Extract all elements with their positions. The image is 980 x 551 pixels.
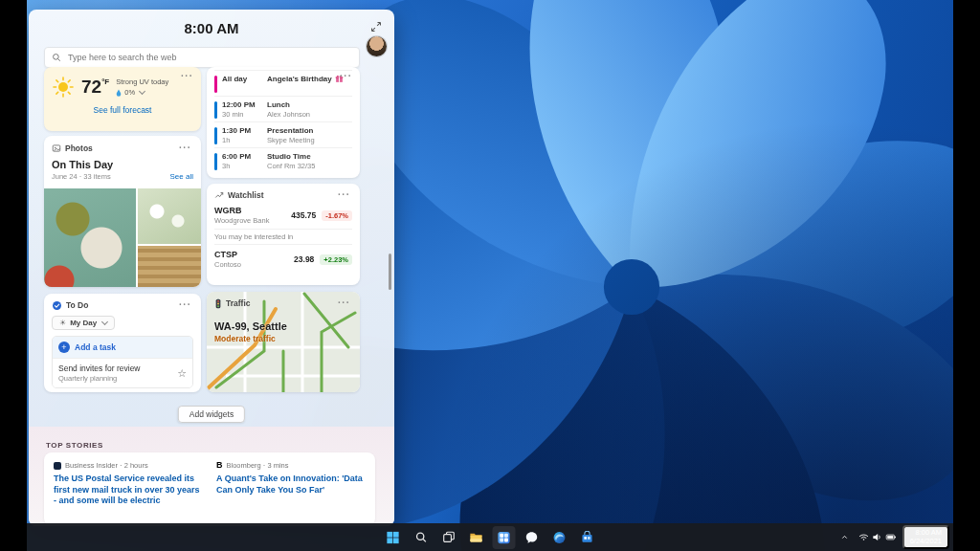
stock-row[interactable]: WGRB Woodgrove Bank 435.75 -1.67% <box>214 201 352 229</box>
chevron-up-icon <box>840 533 849 541</box>
stock-symbol: WGRB <box>214 206 291 215</box>
store-button[interactable] <box>576 526 599 549</box>
task-view-icon <box>442 531 455 543</box>
chevron-down-icon <box>101 319 108 325</box>
taskbar-search-button[interactable] <box>410 526 433 549</box>
panel-scrollbar[interactable] <box>389 253 391 290</box>
widgets-button[interactable] <box>493 526 516 549</box>
task-row[interactable]: Send invites for review Quarterly planni… <box>53 358 192 387</box>
top-stories-label: TOP STORIES <box>46 441 103 450</box>
event-color-bar <box>214 127 217 144</box>
temperature-value: 72 <box>81 77 101 97</box>
weather-condition: Strong UV today <box>116 77 168 86</box>
file-explorer-icon <box>470 531 483 544</box>
photos-icon <box>52 143 61 153</box>
todo-list-name: My Day <box>70 319 97 327</box>
event-time: 6:00 PM <box>222 152 262 161</box>
story-headline[interactable]: A Quant's Take on Innovation: 'Data Can … <box>216 474 366 496</box>
stock-row[interactable]: CTSP Contoso 23.98 +2.23% <box>214 245 352 273</box>
calendar-event[interactable]: 6:00 PM3h Studio Time Conf Rm 32/35 <box>214 147 352 173</box>
traffic-light-icon <box>214 298 222 309</box>
task-view-button[interactable] <box>437 526 460 549</box>
event-time: All day <box>222 75 262 83</box>
star-task-button[interactable]: ☆ <box>177 368 187 379</box>
search-row <box>44 47 360 66</box>
see-all-link[interactable]: See all <box>170 172 193 181</box>
network-volume-battery-button[interactable] <box>855 529 901 545</box>
search-box[interactable] <box>44 47 360 68</box>
photo-collage[interactable] <box>44 188 201 287</box>
weather-widget[interactable]: ··· 72°F Strong UV today <box>44 67 201 131</box>
watchlist-widget: Watchlist ··· WGRB Woodgrove Bank 435.75… <box>207 184 360 285</box>
photo-thumbnail[interactable] <box>44 188 136 287</box>
see-full-forecast-link[interactable]: See full forecast <box>52 105 193 115</box>
traffic-widget[interactable]: Traffic ··· WA-99, Seattle Moderate traf… <box>207 292 360 392</box>
stock-change-badge: -1.67% <box>322 210 352 221</box>
todo-widget: To Do ··· ☀ My Day + Add a task Send inv… <box>44 294 201 392</box>
event-title: Angela's Birthday <box>267 75 332 83</box>
todo-menu-button[interactable]: ··· <box>177 299 193 311</box>
expand-panel-button[interactable] <box>368 18 385 35</box>
calendar-menu-button[interactable]: ··· <box>338 71 354 82</box>
edge-icon <box>553 531 567 544</box>
story-headline[interactable]: The US Postal Service revealed its first… <box>54 474 203 507</box>
system-tray: 8:00 AM 6/24/2021 <box>836 523 949 551</box>
photos-subtitle: June 24 · 33 items <box>52 172 170 181</box>
traffic-status: Moderate traffic <box>214 334 352 343</box>
event-title: Studio Time <box>267 152 311 161</box>
event-time: 1:30 PM <box>222 126 262 135</box>
volume-icon <box>872 532 882 542</box>
photo-thumbnail[interactable] <box>138 246 201 287</box>
watchlist-title: Watchlist <box>228 190 263 200</box>
user-avatar[interactable] <box>367 36 387 56</box>
weather-menu-button[interactable]: ··· <box>179 71 195 82</box>
add-widgets-button[interactable]: Add widgets <box>178 406 245 423</box>
chat-icon <box>525 531 539 544</box>
my-day-sun-icon: ☀ <box>59 319 66 327</box>
taskbar: 8:00 AM 6/24/2021 <box>27 523 953 551</box>
web-search-input[interactable] <box>66 52 352 63</box>
calendar-event[interactable]: 1:30 PM1h Presentation Skype Meeting <box>214 121 352 147</box>
traffic-location: WA-99, Seattle <box>214 320 352 332</box>
photos-title: Photos <box>65 143 93 153</box>
news-story[interactable]: B Bloomberg · 3 mins A Quant's Take on I… <box>216 461 366 518</box>
file-explorer-button[interactable] <box>465 526 488 549</box>
panel-clock: 8:00 AM <box>29 20 394 36</box>
widgets-icon <box>498 531 511 544</box>
taskbar-clock[interactable]: 8:00 AM 6/24/2021 <box>902 525 949 550</box>
todo-check-icon <box>52 300 62 311</box>
news-story[interactable]: Business Insider · 2 hours The US Postal… <box>54 461 203 518</box>
photos-menu-button[interactable]: ··· <box>177 143 193 154</box>
tray-overflow-button[interactable] <box>836 530 853 544</box>
calendar-event[interactable]: 12:00 PM30 min Lunch Alex Johnson <box>214 96 352 121</box>
stock-change-badge: +2.23% <box>320 254 352 265</box>
event-color-bar <box>214 76 217 93</box>
photo-thumbnail[interactable] <box>138 188 201 244</box>
chat-button[interactable] <box>521 526 544 549</box>
taskbar-date: 6/24/2021 <box>910 538 942 545</box>
event-duration: 3h <box>222 162 262 170</box>
watchlist-menu-button[interactable]: ··· <box>336 189 352 201</box>
taskbar-app-icons <box>382 523 599 551</box>
todo-list-dropdown[interactable]: ☀ My Day <box>52 316 115 330</box>
todo-title: To Do <box>66 300 88 310</box>
add-task-button[interactable]: + Add a task <box>53 337 192 358</box>
windows-start-icon <box>387 531 400 544</box>
droplet-icon <box>116 89 122 97</box>
business-insider-logo <box>54 462 61 470</box>
story-meta: Business Insider · 2 hours <box>65 461 148 470</box>
calendar-event[interactable]: All day Angela's Birthday <box>214 70 352 96</box>
photos-widget: Photos ··· On This Day June 24 · 33 item… <box>44 136 201 287</box>
precipitation: 0% <box>116 88 168 97</box>
event-color-bar <box>214 101 217 119</box>
battery-icon <box>885 532 897 542</box>
photos-heading: On This Day <box>52 159 193 170</box>
watchlist-note: You may be interested in <box>214 229 352 245</box>
event-subtitle: Conf Rm 32/35 <box>267 162 352 170</box>
event-title: Lunch <box>267 100 290 109</box>
chevron-down-icon <box>139 88 145 95</box>
traffic-title: Traffic <box>226 298 251 308</box>
edge-button[interactable] <box>548 526 571 549</box>
traffic-menu-button[interactable]: ··· <box>336 298 352 309</box>
start-button[interactable] <box>382 526 405 549</box>
